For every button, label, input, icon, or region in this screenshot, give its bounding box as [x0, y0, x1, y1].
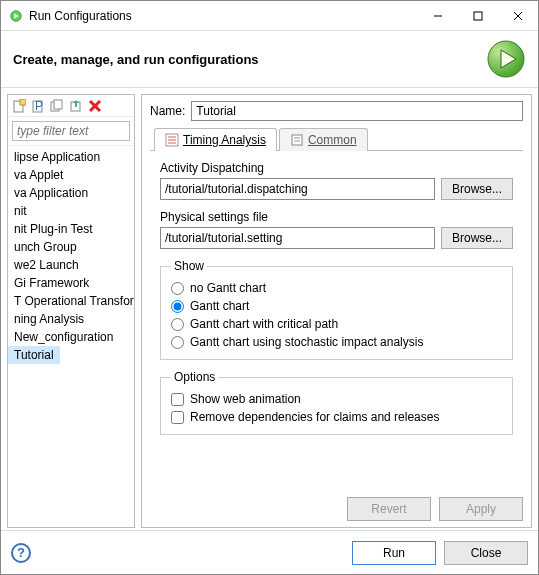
revert-button[interactable]: Revert: [347, 497, 431, 521]
minimize-button[interactable]: [418, 1, 458, 30]
close-button[interactable]: Close: [444, 541, 528, 565]
show-radio[interactable]: [171, 336, 184, 349]
show-option[interactable]: Gantt chart with critical path: [171, 315, 502, 333]
option-check-label: Show web animation: [190, 392, 301, 406]
tree-item[interactable]: we2 Launch: [8, 256, 134, 274]
tree-item[interactable]: New_configuration: [8, 328, 134, 346]
tree-item[interactable]: unch Group: [8, 238, 134, 256]
show-option[interactable]: Gantt chart using stochastic impact anal…: [171, 333, 502, 351]
common-icon: [290, 133, 304, 147]
show-radio[interactable]: [171, 282, 184, 295]
config-tree[interactable]: lipse Applicationva Appletva Application…: [8, 145, 134, 527]
maximize-button[interactable]: [458, 1, 498, 30]
dialog-header: Create, manage, and run configurations: [1, 31, 538, 88]
duplicate-icon[interactable]: [49, 98, 65, 114]
option-check[interactable]: Show web animation: [171, 390, 502, 408]
new-prototype-icon[interactable]: P: [30, 98, 46, 114]
left-pane: P lipse Applicationva Appletva Applicati…: [7, 94, 135, 528]
filter-box: [12, 121, 130, 141]
svg-rect-9: [20, 99, 26, 105]
run-button[interactable]: Run: [352, 541, 436, 565]
tree-item[interactable]: nit: [8, 202, 134, 220]
settings-label: Physical settings file: [160, 210, 513, 224]
tree-item[interactable]: va Applet: [8, 166, 134, 184]
show-option-label: no Gantt chart: [190, 281, 266, 295]
name-input[interactable]: [191, 101, 523, 121]
titlebar: Run Configurations: [1, 1, 538, 31]
svg-rect-3: [474, 12, 482, 20]
physical-settings-input[interactable]: [160, 227, 435, 249]
svg-text:P: P: [35, 99, 43, 113]
tree-item[interactable]: Tutorial: [8, 346, 60, 364]
tree-item[interactable]: ning Analysis: [8, 310, 134, 328]
tree-item[interactable]: lipse Application: [8, 148, 134, 166]
revert-apply-row: Revert Apply: [150, 491, 523, 521]
tab-label: Common: [308, 133, 357, 147]
window-title: Run Configurations: [29, 9, 418, 23]
name-label: Name:: [150, 104, 185, 118]
options-legend: Options: [171, 370, 218, 384]
show-legend: Show: [171, 259, 207, 273]
browse-activity-button[interactable]: Browse...: [441, 178, 513, 200]
run-config-icon: [9, 9, 23, 23]
tree-item[interactable]: Gi Framework: [8, 274, 134, 292]
option-check-label: Remove dependencies for claims and relea…: [190, 410, 439, 424]
show-option[interactable]: no Gantt chart: [171, 279, 502, 297]
tab-timing-analysis[interactable]: Timing Analysis: [154, 128, 277, 151]
show-radio[interactable]: [171, 318, 184, 331]
delete-icon[interactable]: [87, 98, 103, 114]
activity-dispatching-input[interactable]: [160, 178, 435, 200]
tree-item[interactable]: va Application: [8, 184, 134, 202]
close-window-button[interactable]: [498, 1, 538, 30]
activity-label: Activity Dispatching: [160, 161, 513, 175]
tree-item[interactable]: T Operational Transfor: [8, 292, 134, 310]
browse-settings-button[interactable]: Browse...: [441, 227, 513, 249]
option-checkbox[interactable]: [171, 411, 184, 424]
svg-rect-13: [54, 100, 62, 109]
timing-analysis-icon: [165, 133, 179, 147]
form-area: Activity Dispatching Browse... Physical …: [150, 151, 523, 491]
svg-rect-21: [292, 135, 302, 145]
options-group: Options Show web animationRemove depende…: [160, 370, 513, 435]
show-radio[interactable]: [171, 300, 184, 313]
filter-input[interactable]: [12, 121, 130, 141]
tab-common[interactable]: Common: [279, 128, 368, 151]
help-icon[interactable]: ?: [11, 543, 31, 563]
option-checkbox[interactable]: [171, 393, 184, 406]
tree-item[interactable]: nit Plug-in Test: [8, 220, 134, 238]
left-toolbar: P: [8, 95, 134, 117]
header-subtitle: Create, manage, and run configurations: [13, 52, 486, 67]
show-option-label: Gantt chart with critical path: [190, 317, 338, 331]
tab-bar: Timing AnalysisCommon: [150, 127, 523, 151]
show-option-label: Gantt chart using stochastic impact anal…: [190, 335, 423, 349]
right-pane: Name: Timing AnalysisCommon Activity Dis…: [141, 94, 532, 528]
new-config-icon[interactable]: [11, 98, 27, 114]
tab-label: Timing Analysis: [183, 133, 266, 147]
dialog-footer: ? Run Close: [1, 530, 538, 574]
option-check[interactable]: Remove dependencies for claims and relea…: [171, 408, 502, 426]
export-icon[interactable]: [68, 98, 84, 114]
apply-button[interactable]: Apply: [439, 497, 523, 521]
show-option-label: Gantt chart: [190, 299, 249, 313]
run-header-icon: [486, 39, 526, 79]
show-option[interactable]: Gantt chart: [171, 297, 502, 315]
show-group: Show no Gantt chartGantt chartGantt char…: [160, 259, 513, 360]
